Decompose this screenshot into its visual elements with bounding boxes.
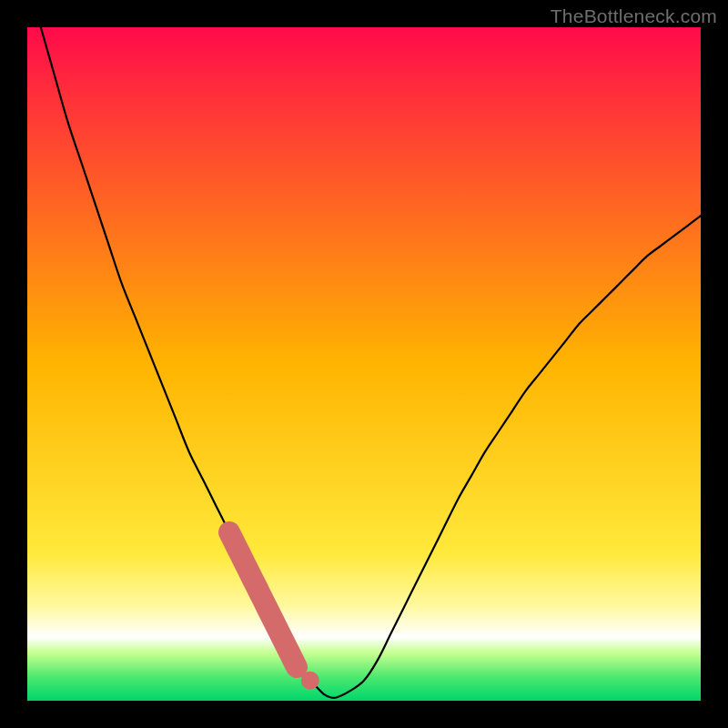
gradient-background	[27, 27, 701, 701]
chart-frame: TheBottleneck.com	[0, 0, 728, 728]
bottleneck-chart	[27, 27, 701, 701]
watermark-text: TheBottleneck.com	[551, 5, 717, 27]
highlight-dot	[301, 672, 319, 690]
